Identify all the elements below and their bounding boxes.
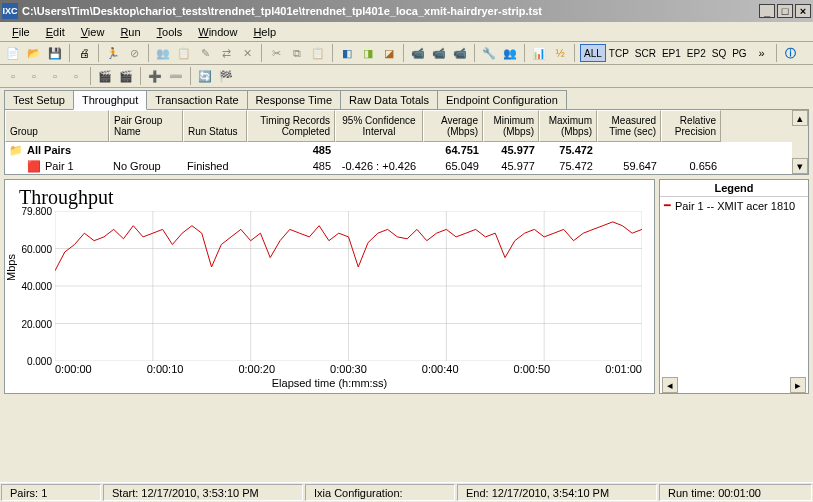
minus-icon[interactable]: ➖ [167, 67, 185, 85]
x-tick: 0:00:40 [422, 363, 459, 375]
group-icon[interactable]: 👥 [501, 44, 519, 62]
ep2-custom-icon[interactable]: ◨ [359, 44, 377, 62]
plus-icon[interactable]: ➕ [146, 67, 164, 85]
maximize-button[interactable]: □ [777, 4, 793, 18]
table-row[interactable]: 🟥Pair 1No GroupFinished485-0.426 : +0.42… [5, 158, 792, 174]
run-icon[interactable]: 🏃 [104, 44, 122, 62]
folder-icon: 📁 [9, 144, 23, 156]
tb2-btn-1[interactable]: ▫ [4, 67, 22, 85]
chart-icon[interactable]: 📊 [530, 44, 548, 62]
tab-response-time[interactable]: Response Time [247, 90, 341, 109]
copy-icon[interactable]: ⧉ [288, 44, 306, 62]
ep-combo-icon[interactable]: ◪ [380, 44, 398, 62]
status-bar: Pairs: 1 Start: 12/17/2010, 3:53:10 PM I… [0, 482, 813, 502]
camera2-icon[interactable]: 📹 [430, 44, 448, 62]
grid-vscroll[interactable]: ▴ ▾ [792, 110, 808, 174]
tab-raw-data-totals[interactable]: Raw Data Totals [340, 90, 438, 109]
legend-title: Legend [660, 180, 808, 197]
col-header[interactable]: 95% Confidence Interval [335, 110, 423, 142]
tb2-btn-2[interactable]: ▫ [25, 67, 43, 85]
menu-run[interactable]: Run [112, 24, 148, 40]
col-header[interactable]: Relative Precision [661, 110, 721, 142]
flag-icon[interactable]: 🏁 [217, 67, 235, 85]
x-tick: 0:00:50 [514, 363, 551, 375]
open-icon[interactable]: 📂 [25, 44, 43, 62]
cut-icon[interactable]: ✂ [267, 44, 285, 62]
tb2-btn-3[interactable]: ▫ [46, 67, 64, 85]
filter-scr[interactable]: SCR [632, 44, 659, 62]
stop-icon[interactable]: ⊘ [125, 44, 143, 62]
sort-icon[interactable]: ½ [551, 44, 569, 62]
ep1-custom-icon[interactable]: ◧ [338, 44, 356, 62]
tab-throughput[interactable]: Throughput [73, 90, 147, 110]
cell: Finished [183, 160, 247, 172]
hw-icon[interactable]: 🔧 [480, 44, 498, 62]
clapper-icon[interactable]: 🎬 [96, 67, 114, 85]
paste-icon[interactable]: 📋 [309, 44, 327, 62]
filter-ep2[interactable]: EP2 [684, 44, 709, 62]
table-row[interactable]: 📁All Pairs48564.75145.97775.472 [5, 142, 792, 158]
info-icon[interactable]: ⓘ [782, 44, 800, 62]
filter-all[interactable]: ALL [580, 44, 606, 62]
filter-tcp[interactable]: TCP [606, 44, 632, 62]
menu-window[interactable]: Window [190, 24, 245, 40]
legend-item[interactable]: ━Pair 1 -- XMIT acer 1810 [660, 197, 808, 214]
col-header[interactable]: Timing Records Completed [247, 110, 335, 142]
menu-tools[interactable]: Tools [149, 24, 191, 40]
cell: 485 [247, 160, 335, 172]
filter-ep1[interactable]: EP1 [659, 44, 684, 62]
minimize-button[interactable]: _ [759, 4, 775, 18]
filter-sq[interactable]: SQ [709, 44, 729, 62]
tab-transaction-rate[interactable]: Transaction Rate [146, 90, 247, 109]
col-header[interactable]: Pair Group Name [109, 110, 183, 142]
x-tick: 0:00:10 [147, 363, 184, 375]
edit-pair-icon[interactable]: ✎ [196, 44, 214, 62]
print-icon[interactable]: 🖨 [75, 44, 93, 62]
x-ticks: 0:00:000:00:100:00:200:00:300:00:400:00:… [55, 363, 642, 375]
swap-icon[interactable]: ⇄ [217, 44, 235, 62]
col-header[interactable]: Minimum (Mbps) [483, 110, 539, 142]
col-header[interactable]: Measured Time (sec) [597, 110, 661, 142]
cell: 59.647 [597, 160, 661, 172]
menu-view[interactable]: View [73, 24, 113, 40]
menu-edit[interactable]: Edit [38, 24, 73, 40]
delete-icon[interactable]: ✕ [238, 44, 256, 62]
app-icon: IXC [2, 3, 18, 19]
legend-scroll-right-icon[interactable]: ▸ [790, 377, 806, 393]
refresh-icon[interactable]: 🔄 [196, 67, 214, 85]
col-header[interactable]: Average (Mbps) [423, 110, 483, 142]
col-header[interactable]: Maximum (Mbps) [539, 110, 597, 142]
pair-icon: 🟥 [27, 160, 41, 172]
toolbar-row-2: ▫ ▫ ▫ ▫ 🎬 🎬 ➕ ➖ 🔄 🏁 [0, 65, 813, 88]
legend-label: Pair 1 -- XMIT acer 1810 [675, 200, 795, 212]
more-icon[interactable]: » [753, 44, 771, 62]
camera3-icon[interactable]: 📹 [451, 44, 469, 62]
cell: 📁All Pairs [5, 144, 109, 157]
results-panel: GroupPair Group NameRun StatusTiming Rec… [4, 109, 809, 175]
cell: 75.472 [539, 160, 597, 172]
filter-pg[interactable]: PG [729, 44, 749, 62]
menu-help[interactable]: Help [245, 24, 284, 40]
cell: 64.751 [423, 144, 483, 156]
scroll-down-icon[interactable]: ▾ [792, 158, 808, 174]
tb2-btn-4[interactable]: ▫ [67, 67, 85, 85]
new-icon[interactable]: 📄 [4, 44, 22, 62]
camera1-icon[interactable]: 📹 [409, 44, 427, 62]
clapper2-icon[interactable]: 🎬 [117, 67, 135, 85]
close-button[interactable]: × [795, 4, 811, 18]
pair-icon[interactable]: 👥 [154, 44, 172, 62]
cell: 75.472 [539, 144, 597, 156]
save-icon[interactable]: 💾 [46, 44, 64, 62]
legend-scroll-left-icon[interactable]: ◂ [662, 377, 678, 393]
col-header[interactable]: Group [5, 110, 109, 142]
toolbar-row-1: 📄 📂 💾 🖨 🏃 ⊘ 👥 📋 ✎ ⇄ ✕ ✂ ⧉ 📋 ◧ ◨ ◪ 📹 📹 📹 … [0, 42, 813, 65]
x-tick: 0:00:00 [55, 363, 92, 375]
tab-test-setup[interactable]: Test Setup [4, 90, 74, 109]
status-runtime: Run time: 00:01:00 [659, 484, 812, 501]
menu-file[interactable]: File [4, 24, 38, 40]
tab-endpoint-configuration[interactable]: Endpoint Configuration [437, 90, 567, 109]
col-header[interactable]: Run Status [183, 110, 247, 142]
status-start: Start: 12/17/2010, 3:53:10 PM [103, 484, 303, 501]
scroll-up-icon[interactable]: ▴ [792, 110, 808, 126]
copy-pair-icon[interactable]: 📋 [175, 44, 193, 62]
